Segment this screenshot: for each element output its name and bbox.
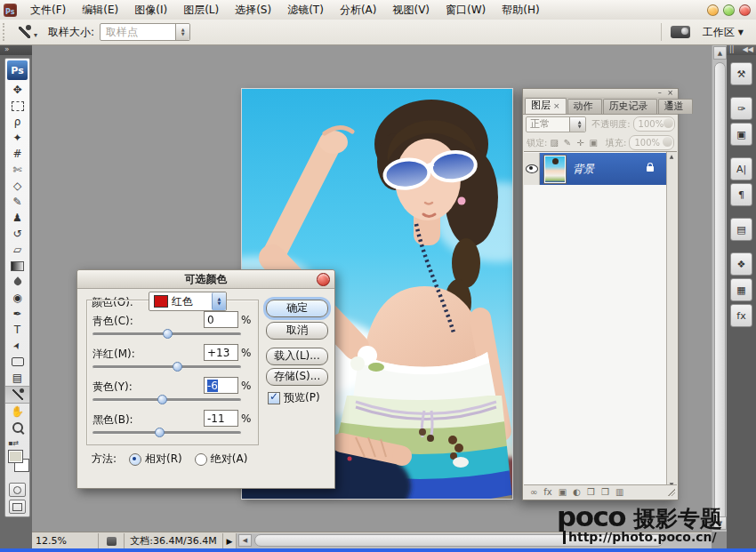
path-select-tool[interactable]: ➤	[5, 338, 29, 354]
tools-panel-icon[interactable]: ⚒	[730, 62, 752, 85]
shape-tool[interactable]	[5, 354, 29, 370]
slider-value-field[interactable]: 0	[204, 311, 238, 328]
resize-grip-icon[interactable]	[668, 489, 675, 496]
foreground-color-swatch[interactable]	[8, 450, 23, 463]
fill-field[interactable]: 100%	[629, 135, 674, 150]
quick-select-tool[interactable]: ✦	[5, 130, 29, 146]
lock-image-icon[interactable]: ✎	[564, 138, 571, 148]
chevron-down-icon[interactable]: ▼	[738, 28, 744, 36]
visibility-cell[interactable]	[524, 153, 540, 185]
blend-mode-select[interactable]: 正常 ▲▼	[526, 116, 586, 132]
lock-all-icon[interactable]: ▣	[590, 138, 598, 148]
layer-style-icon[interactable]: fx	[543, 488, 551, 497]
blur-tool[interactable]	[5, 274, 29, 290]
dialog-title-bar[interactable]: 可选颜色	[77, 270, 334, 289]
brushes-panel-icon[interactable]: ✑	[730, 97, 752, 120]
layer-list-scrollbar[interactable]: ▲ ▼	[666, 152, 677, 488]
slider-value-field[interactable]: +13	[204, 344, 238, 361]
ok-button[interactable]: 确定	[266, 300, 328, 317]
sample-size-select[interactable]: 取样点 ▲▼	[100, 23, 190, 41]
styles-panel-icon[interactable]: fx	[730, 304, 752, 327]
stepper-icon[interactable]: ▲▼	[175, 24, 189, 40]
layer-comps-panel-icon[interactable]: ▤	[730, 218, 752, 241]
workspace-button[interactable]: 工作区	[703, 25, 735, 40]
color-panel-icon[interactable]: ❖	[730, 252, 752, 276]
delete-layer-icon[interactable]: ▥	[615, 488, 623, 497]
save-button[interactable]: 存储(S)...	[266, 368, 328, 386]
paragraph-panel-icon[interactable]: ¶	[730, 183, 752, 206]
swap-colors-icon[interactable]: ▪⇄	[8, 439, 19, 447]
panel-tab[interactable]: 动作	[567, 99, 602, 114]
scroll-up-icon[interactable]: ▲	[713, 46, 727, 60]
canvas-vertical-scrollbar[interactable]: ▲ ▼	[712, 44, 728, 532]
menu-item[interactable]: 滤镜(T)	[279, 1, 332, 20]
screen-mode-button[interactable]	[9, 500, 26, 514]
move-tool[interactable]: ✥	[5, 82, 29, 98]
preview-checkbox[interactable]	[268, 392, 280, 404]
stepper-icon[interactable]: ▲▼	[212, 292, 226, 310]
slider-track[interactable]	[92, 365, 241, 369]
type-tool[interactable]: T	[5, 322, 29, 338]
zoom-tool[interactable]	[5, 420, 29, 436]
adjustment-layer-icon[interactable]: ◐	[573, 488, 581, 497]
status-menu-arrow-icon[interactable]: ▶	[223, 537, 236, 546]
notes-tool[interactable]: ▤	[5, 370, 29, 386]
menu-item[interactable]: 分析(A)	[332, 1, 385, 20]
panel-tab[interactable]: 历史记录	[603, 99, 657, 114]
lasso-tool[interactable]: ρ	[5, 114, 29, 130]
link-layers-icon[interactable]: ∞	[530, 488, 537, 497]
panel-menu-icon[interactable]: ▼≡	[664, 100, 676, 112]
panel-title-bar[interactable]: – ×	[523, 89, 678, 97]
relative-radio[interactable]	[129, 453, 141, 466]
minimize-button[interactable]	[707, 4, 719, 16]
menu-item[interactable]: 视图(V)	[384, 1, 438, 20]
maximize-button[interactable]	[723, 4, 735, 16]
menu-item[interactable]: 图像(I)	[126, 1, 175, 20]
close-button[interactable]	[739, 4, 751, 16]
menu-item[interactable]: 文件(F)	[22, 1, 74, 20]
clone-stamp-tool[interactable]: ♟	[5, 210, 29, 226]
slider-value-field[interactable]: -6	[204, 377, 238, 394]
swatches-panel-icon[interactable]: ▦	[730, 278, 752, 301]
dodge-tool[interactable]: ◉	[5, 290, 29, 306]
absolute-radio[interactable]	[195, 453, 207, 466]
hand-tool[interactable]: ✋	[5, 404, 29, 420]
panel-window-controls[interactable]: – ×	[658, 89, 675, 97]
eyedropper-tool-icon[interactable]	[14, 23, 34, 41]
slice-tool[interactable]: ✄	[5, 162, 29, 178]
new-layer-icon[interactable]: ❐	[601, 488, 609, 497]
color-select[interactable]: 红色 ▲▼	[149, 292, 227, 311]
quick-mask-button[interactable]	[9, 483, 26, 497]
load-button[interactable]: 载入(L)...	[266, 348, 328, 365]
slider-value-field[interactable]: -11	[204, 410, 238, 427]
lock-position-icon[interactable]: ✛	[576, 138, 583, 148]
cancel-button[interactable]: 取消	[266, 322, 328, 340]
menu-item[interactable]: 图层(L)	[175, 1, 227, 20]
slider-thumb[interactable]	[163, 329, 173, 339]
dialog-close-icon[interactable]	[317, 273, 330, 286]
clone-source-panel-icon[interactable]: ▣	[730, 123, 752, 146]
lock-transparency-icon[interactable]: ▨	[550, 138, 558, 148]
collapse-dock-icon[interactable]: ◀◀	[743, 44, 753, 55]
slider-thumb[interactable]	[155, 428, 165, 437]
panel-tab[interactable]: 图层×	[525, 98, 567, 114]
layer-thumbnail[interactable]	[544, 156, 566, 183]
eyedropper-tool[interactable]	[5, 386, 29, 404]
pen-tool[interactable]: ✒	[5, 306, 29, 322]
scroll-left-icon[interactable]: ◀	[238, 534, 252, 547]
chevron-down-icon[interactable]: ▾	[34, 31, 37, 39]
layer-row-background[interactable]: 背景	[524, 153, 666, 185]
history-brush-tool[interactable]: ↺	[5, 226, 29, 242]
character-panel-icon[interactable]: A|	[730, 157, 752, 180]
eraser-tool[interactable]: ▱	[5, 242, 29, 258]
opacity-field[interactable]: 100%	[633, 116, 675, 132]
healing-brush-tool[interactable]: ◇	[5, 178, 29, 194]
tab-close-icon[interactable]: ×	[553, 101, 560, 110]
rect-marquee-tool[interactable]	[5, 98, 29, 114]
scroll-up-icon[interactable]: ▲	[667, 153, 676, 159]
gradient-tool[interactable]	[5, 258, 29, 274]
slider-track[interactable]	[92, 332, 241, 336]
menu-item[interactable]: 选择(S)	[227, 1, 279, 20]
slider-track[interactable]	[92, 398, 241, 402]
crop-tool[interactable]: #	[5, 146, 29, 162]
